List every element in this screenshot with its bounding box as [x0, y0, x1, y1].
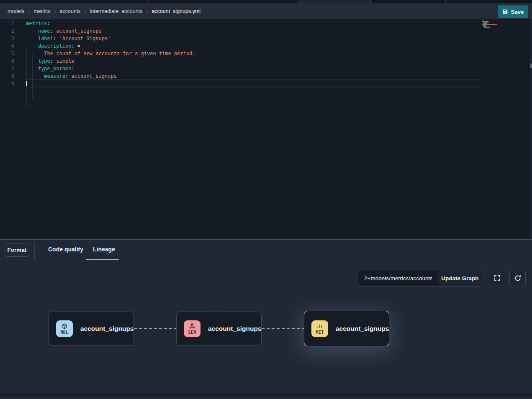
breadcrumb-item[interactable]: intermediate_accounts [90, 8, 143, 14]
code-text: description: > [26, 42, 80, 50]
top-tab-segment[interactable] [520, 0, 532, 3]
editor-scrollbar-track[interactable] [530, 19, 532, 239]
node-label: account_signups [336, 325, 389, 332]
code-lines: 1metrics:2 - name: account_signups3 labe… [0, 20, 529, 87]
current-line-border [26, 79, 480, 80]
indent-guide [26, 46, 27, 107]
top-tab-segment[interactable] [297, 0, 372, 3]
code-line[interactable]: 2 - name: account_signups [0, 27, 529, 35]
top-tab-segment[interactable] [446, 0, 520, 3]
code-line[interactable]: 3 label: 'Account Signups' [0, 35, 529, 42]
lineage-canvas[interactable]: Update Graph MDLaccount_signupsSEMaccoun… [0, 260, 532, 396]
line-number: 8 [0, 72, 14, 80]
save-button[interactable]: Save [498, 5, 528, 18]
code-line[interactable]: 9 [0, 80, 529, 87]
top-tab-segment[interactable] [75, 0, 149, 3]
lineage-selector-input[interactable] [358, 270, 438, 286]
refresh-button[interactable] [509, 270, 526, 286]
code-line[interactable]: 4 description: > [0, 42, 529, 50]
top-tab-segment[interactable] [0, 0, 75, 3]
code-line[interactable]: 1metrics: [0, 20, 529, 27]
save-label: Save [511, 9, 524, 15]
semantic-graph-icon [189, 323, 195, 330]
node-badge: MDL [56, 320, 73, 337]
node-label: account_signups [208, 325, 261, 332]
code-text: metrics: [26, 20, 50, 27]
current-line-border [26, 87, 480, 87]
line-number: 2 [0, 27, 14, 35]
breadcrumb-item[interactable]: accounts [60, 8, 81, 14]
breadcrumb-chevron-icon: › [54, 8, 56, 14]
line-number: 1 [0, 20, 14, 27]
minimap[interactable] [482, 19, 508, 29]
fullscreen-button[interactable] [489, 270, 505, 286]
metric-chart-icon [316, 323, 323, 330]
model-cube-icon [61, 323, 68, 330]
breadcrumb-chevron-icon: › [146, 8, 148, 14]
format-button[interactable]: Format [5, 243, 29, 257]
code-text: The count of new accounts for a given ti… [26, 50, 195, 57]
breadcrumb-item[interactable]: account_signups.yml [152, 8, 200, 14]
line-number: 6 [0, 57, 14, 65]
line-number: 9 [0, 80, 14, 87]
fullscreen-icon [493, 274, 501, 281]
indent-guide [32, 54, 33, 99]
top-tab-segment[interactable] [149, 0, 223, 3]
refresh-icon [514, 274, 522, 282]
line-number: 5 [0, 50, 14, 57]
node-badge-label: MET [316, 330, 324, 335]
text-cursor [26, 81, 27, 86]
code-text: label: 'Account Signups' [26, 35, 111, 42]
bottom-panel: Format Code quality Lineage Update Graph… [0, 240, 532, 399]
lineage-node-mdl[interactable]: MDLaccount_signups [49, 312, 134, 346]
canvas-bottom-strip [0, 393, 532, 396]
save-icon [502, 9, 508, 15]
code-line[interactable]: 5 The count of new accounts for a given … [0, 50, 529, 57]
node-badge-label: MDL [61, 330, 69, 335]
code-line[interactable]: 7 type_params: [0, 65, 529, 72]
tab-separator [34, 242, 35, 260]
line-number: 7 [0, 65, 14, 72]
node-label: account_signups [80, 325, 134, 332]
top-tab-segment[interactable] [223, 0, 298, 3]
editor-scrollbar-thumb[interactable] [530, 64, 532, 68]
code-text: type: simple [26, 57, 75, 65]
update-graph-button[interactable]: Update Graph [438, 270, 482, 286]
top-tab-strip [0, 0, 532, 3]
breadcrumb-chevron-icon: › [85, 8, 86, 14]
tab-code-quality[interactable]: Code quality [48, 246, 83, 253]
node-badge-label: SEM [188, 330, 196, 335]
lineage-node-met[interactable]: METaccount_signups [304, 311, 389, 346]
code-text: - name: account_signups [26, 27, 102, 35]
code-line[interactable]: 6 type: simple [0, 57, 529, 65]
line-number: 3 [0, 35, 14, 42]
code-text: measure: account_signups [26, 72, 117, 80]
breadcrumb: models›metrics›accounts›intermediate_acc… [8, 8, 200, 14]
breadcrumb-item[interactable]: models [8, 8, 24, 14]
code-line[interactable]: 8 measure: account_signups [0, 72, 529, 80]
file-header-bar: models›metrics›accounts›intermediate_acc… [0, 3, 532, 19]
line-number: 4 [0, 42, 14, 50]
code-editor[interactable]: 1metrics:2 - name: account_signups3 labe… [0, 19, 532, 239]
node-badge: SEM [184, 320, 200, 337]
breadcrumb-item[interactable]: metrics [33, 8, 50, 14]
code-text: type_params: [26, 65, 75, 72]
lineage-node-sem[interactable]: SEMaccount_signups [176, 312, 262, 346]
tab-lineage[interactable]: Lineage [93, 246, 115, 253]
breadcrumb-chevron-icon: › [28, 8, 30, 14]
node-badge: MET [311, 320, 328, 337]
top-tab-segment[interactable] [372, 0, 446, 3]
